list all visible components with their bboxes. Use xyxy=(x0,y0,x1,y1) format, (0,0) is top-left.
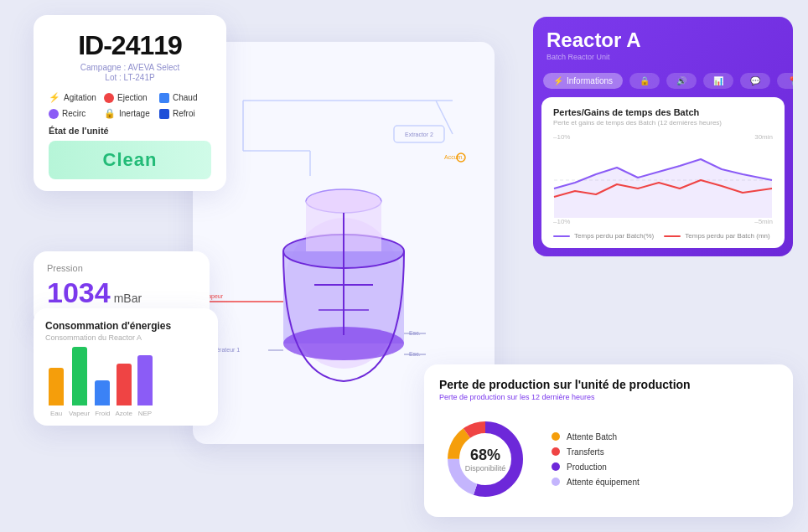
axis-left-bottom: –10% xyxy=(553,218,570,225)
conso-title: Consommation d'énergies xyxy=(45,320,206,332)
bar-nep-fill xyxy=(137,355,153,405)
refroi-icon xyxy=(159,109,169,119)
lock-icon: 🔒 xyxy=(640,76,650,85)
agitation-icon: ⚡ xyxy=(49,92,60,103)
inertage-icon: 🔒 xyxy=(104,108,116,119)
id-card: ID-24119 Campagne : AVEVA Select Lot : L… xyxy=(34,15,226,191)
info-icon: ⚡ xyxy=(553,76,563,85)
reactor-card: Reactor A Batch Reactor Unit ⚡ Informati… xyxy=(533,17,793,256)
rc-axis-labels: –10% 30min xyxy=(553,133,773,141)
dot-transferts xyxy=(552,447,560,456)
axis-right-top: 30min xyxy=(754,133,773,141)
badge-agitation: ⚡ Agitation xyxy=(49,92,101,103)
legend-label-red: Temps perdu par Batch (mn) xyxy=(685,232,769,240)
perte-subtitle: Perte de production sur les 12 dernière … xyxy=(439,393,778,401)
pression-value: 1034 mBar xyxy=(47,276,196,309)
donut-chart: 68% Disponibilité xyxy=(439,413,531,505)
bar-chart: Eau Vapeur Froid Azote NEP xyxy=(45,350,206,417)
tab-info-label: Informations xyxy=(567,76,613,85)
badge-recirc: Recirc xyxy=(49,108,101,119)
bar-vapeur: Vapeur xyxy=(69,347,90,417)
id-campaign: Campagne : AVEVA Select xyxy=(49,63,211,72)
badge-ejection-label: Ejection xyxy=(117,93,148,102)
donut-legend: Attente Batch Transferts Production Atte… xyxy=(552,432,640,487)
donut-label: Disponibilité xyxy=(465,464,506,473)
reactor-tabs: ⚡ Informations 🔒 🔊 📊 💬 📍 xyxy=(533,68,793,97)
bar-azote-fill xyxy=(117,364,132,405)
legend-transferts: Transferts xyxy=(552,447,640,457)
rc-axis-bottom: –10% –5min xyxy=(553,218,773,225)
reactor-subtitle: Batch Reactor Unit xyxy=(546,53,780,61)
reactor-header: Reactor A Batch Reactor Unit xyxy=(533,17,793,68)
ejection-icon xyxy=(104,93,114,103)
tab-sound[interactable]: 🔊 xyxy=(666,73,697,89)
bar-froid-label: Froid xyxy=(95,410,110,417)
tab-informations[interactable]: ⚡ Informations xyxy=(543,73,623,89)
badge-recirc-label: Recirc xyxy=(62,109,85,118)
bar-froid-fill xyxy=(95,380,110,405)
label-attente-batch: Attente Batch xyxy=(567,432,617,442)
bar-froid: Froid xyxy=(95,380,110,417)
message-icon: 💬 xyxy=(750,76,760,85)
tab-message[interactable]: 💬 xyxy=(740,73,770,89)
bar-vapeur-fill xyxy=(72,347,87,405)
sound-icon: 🔊 xyxy=(676,76,686,85)
rc-chart-area xyxy=(553,142,773,218)
dashboard: Extractor 2 Accum. Vapeur Générateur 1 xyxy=(0,0,808,532)
legend-attente-equip: Attente équipement xyxy=(552,478,640,487)
tab-location[interactable]: 📍 xyxy=(777,73,793,89)
conso-card: Consommation d'énergies Consommation du … xyxy=(34,308,218,426)
svg-marker-28 xyxy=(554,159,772,218)
badge-chaud: Chaud xyxy=(159,92,211,103)
perte-card: Perte de production sur l'unité de produ… xyxy=(424,364,793,517)
badge-chaud-label: Chaud xyxy=(173,93,197,102)
reactor-chart: Pertes/Gains de temps des Batch Perte et… xyxy=(541,97,785,248)
legend-label-purple: Temps perdu par Batch(%) xyxy=(574,232,654,240)
legend-purple: Temps perdu par Batch(%) xyxy=(553,232,654,240)
bar-azote: Azote xyxy=(115,364,132,417)
badge-inertage: 🔒 Inertage xyxy=(104,108,156,119)
legend-line-purple xyxy=(553,235,570,237)
rc-legend: Temps perdu par Batch(%) Temps perdu par… xyxy=(553,232,773,240)
axis-right-bottom: –5min xyxy=(754,218,773,225)
conso-subtitle: Consommation du Reactor A xyxy=(45,333,206,342)
tab-chart[interactable]: 📊 xyxy=(703,73,733,89)
axis-left-top: –10% xyxy=(553,133,570,141)
bar-nep-label: NEP xyxy=(138,410,152,417)
pression-unit: mBar xyxy=(114,292,142,305)
bar-eau-label: Eau xyxy=(50,410,62,417)
legend-red: Temps perdu par Batch (mn) xyxy=(664,232,769,240)
recirc-icon xyxy=(49,109,59,119)
id-lot: Lot : LT-241P xyxy=(49,73,211,82)
badge-agitation-label: Agitation xyxy=(64,93,96,102)
clean-status: Clean xyxy=(49,141,211,179)
reactor-title: Reactor A xyxy=(546,28,780,52)
badge-ejection: Ejection xyxy=(104,92,156,103)
donut-percentage: 68% xyxy=(465,447,506,464)
legend-production: Production xyxy=(552,462,640,472)
label-production: Production xyxy=(567,462,607,472)
bar-eau-fill xyxy=(49,368,64,405)
bar-vapeur-label: Vapeur xyxy=(69,410,90,417)
perte-title: Perte de production sur l'unité de produ… xyxy=(439,378,778,391)
tab-lock[interactable]: 🔒 xyxy=(629,73,660,89)
bar-nep: NEP xyxy=(137,355,153,417)
rc-chart-sub: Perte et gains de temps des Batch (12 de… xyxy=(553,119,773,127)
svg-text:Accum.: Accum. xyxy=(444,154,464,160)
label-transferts: Transferts xyxy=(567,447,604,457)
badge-refroi: Refroi xyxy=(159,108,211,119)
chaud-icon xyxy=(159,93,169,103)
bar-azote-label: Azote xyxy=(115,410,132,417)
line-chart-svg xyxy=(553,142,773,218)
dot-attente-equip xyxy=(552,478,560,486)
bar-eau: Eau xyxy=(49,368,64,417)
legend-attente-batch: Attente Batch xyxy=(552,432,640,442)
pression-number: 1034 xyxy=(47,276,111,309)
dot-production xyxy=(552,462,560,471)
pression-label: Pression xyxy=(47,263,196,273)
badge-inertage-label: Inertage xyxy=(119,109,150,118)
etat-label: État de l'unité xyxy=(49,126,211,136)
badge-refroi-label: Refroi xyxy=(173,109,195,118)
svg-text:Extractor 2: Extractor 2 xyxy=(405,132,433,137)
badge-list: ⚡ Agitation Ejection Chaud Recirc 🔒 Iner… xyxy=(49,92,211,119)
